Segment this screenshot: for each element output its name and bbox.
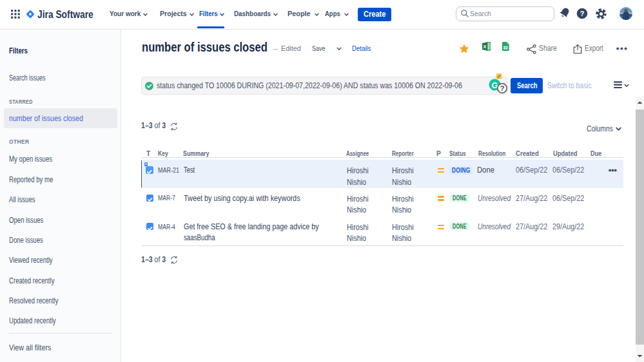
- svg-text:?: ?: [580, 10, 585, 17]
- svg-text:X: X: [483, 44, 486, 50]
- svg-text:?: ?: [500, 84, 505, 92]
